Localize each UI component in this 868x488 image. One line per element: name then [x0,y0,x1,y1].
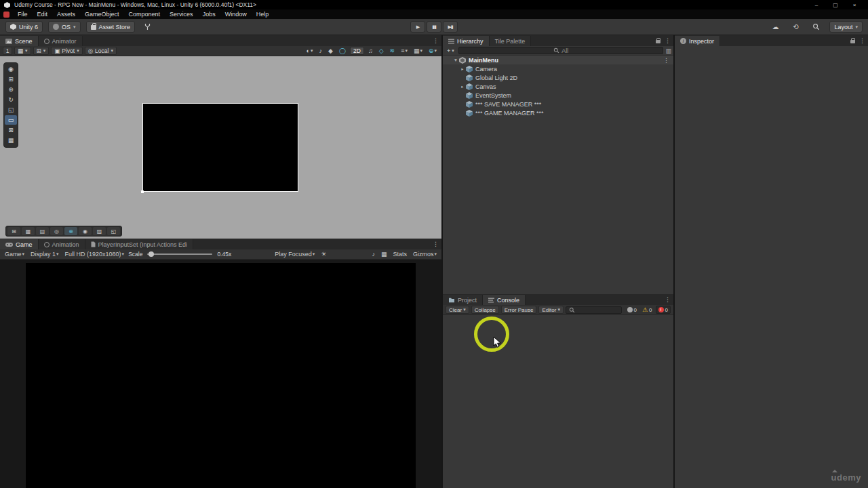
shading-mode-dropdown[interactable]: ◐ ▾ [304,47,315,55]
play-focused-dropdown[interactable]: Play Focused ▾ [273,250,317,258]
log-count-toggle[interactable]: 0 [625,306,639,314]
error-pause-toggle[interactable]: Error Pause [501,306,537,314]
transform-tool-button[interactable]: ▭ [5,115,17,125]
game-gizmos-dropdown[interactable]: Gizmos ▾ [411,250,439,258]
tab-animator[interactable]: Animator [39,36,83,46]
scene-viewport[interactable]: ◉ ⊞ ⊕ ↻ ◱ ▭ ⊠ ▦ ⊞ ▦ ▤ ◎ ⊕ ◉ ▨ ◱ [0,56,441,239]
maximize-button[interactable]: ▢ [826,2,845,8]
scale-slider-thumb[interactable] [149,251,154,257]
minimize-button[interactable]: – [807,2,826,8]
scale-slider[interactable] [147,253,212,255]
expander-icon[interactable]: ▸ [459,66,466,72]
hierarchy-item-camera[interactable]: ▸ Camera [443,64,673,73]
tab-scene[interactable]: Scene [0,36,39,46]
step-button[interactable]: ▶▮ [443,21,458,33]
expander-icon[interactable]: ▸ [459,84,466,89]
create-object-button[interactable]: + ▾ [445,47,456,54]
lock-icon[interactable] [850,40,855,43]
handle-orientation-button[interactable]: ◎ Local ▾ [85,47,117,55]
menu-component[interactable]: Component [124,11,165,18]
account-button[interactable]: OS ▾ [48,21,81,33]
unity-version-button[interactable]: Unity 6 [5,21,43,33]
search-icon[interactable] [809,21,823,33]
expander-icon[interactable]: ▼ [452,58,459,62]
pause-button[interactable]: ▮▮ [427,21,441,33]
mute-audio-toggle[interactable]: ♪ [370,250,377,258]
version-control-icon[interactable] [140,21,154,33]
menu-jobs[interactable]: Jobs [198,11,220,18]
play-button[interactable]: ▶ [410,21,425,33]
tile-select-button[interactable]: ⊞ [7,227,20,235]
layout-dropdown[interactable]: Layout ▾ [829,21,863,33]
hierarchy-item-game-manager[interactable]: *** GAME MANAGER *** [443,108,673,117]
editor-dropdown[interactable]: Editor ▾ [538,306,563,314]
panel-menu-icon[interactable]: ⋮ [665,37,671,44]
tile-brush-button[interactable]: ▤ [36,227,49,235]
hierarchy-search-input[interactable]: All [458,47,664,54]
console-search-input[interactable] [566,306,622,314]
tile-fill-button[interactable]: ▨ [93,227,106,235]
hierarchy-item-eventsystem[interactable]: EventSystem [443,91,673,100]
tab-inspector[interactable]: i Inspector [675,36,720,46]
tile-move-button[interactable]: ▦ [22,227,35,235]
tab-game[interactable]: Game [0,239,39,249]
camera-bounds-frame[interactable] [142,103,298,192]
snap-increment-dropdown[interactable]: ⊞ ▾ [33,47,50,55]
mode-2d-toggle[interactable]: 2D [350,47,364,55]
camera-settings-dropdown[interactable]: ▦ ▾ [412,47,425,55]
gizmos-dropdown[interactable]: ⊕ ▾ [427,47,439,55]
layers-dropdown[interactable]: ≡ ▾ [399,47,410,55]
scale-tool-button[interactable]: ↻ [5,95,17,104]
display-dropdown[interactable]: Display 1 ▾ [28,250,61,258]
hierarchy-item-canvas[interactable]: ▸ Canvas [443,82,673,91]
scene-grid-toggle[interactable]: ≋ [388,47,397,55]
tile-transform-button[interactable]: ◱ [107,227,120,235]
hierarchy-item-save-manager[interactable]: *** SAVE MANAGER *** [443,100,673,108]
tab-console[interactable]: Console [483,295,526,305]
tab-project[interactable]: Project [443,295,483,305]
tab-player-input-set[interactable]: PlayerInputSet (Input Actions Edi [85,239,194,249]
error-count-toggle[interactable]: ! 0 [656,306,671,314]
hierarchy-item-mainmenu[interactable]: ▼ MainMenu ⋮ [443,56,673,64]
tab-tile-palette[interactable]: Tile Palette [490,36,532,46]
move-tool-button[interactable]: ⊞ [5,75,17,84]
grid-size-field[interactable]: 1 [3,47,12,55]
metrics-toggle[interactable]: ▦ [379,250,389,258]
lock-icon[interactable] [656,40,660,43]
scene-visibility-icon[interactable]: ▥ [665,47,671,54]
menu-file[interactable]: File [13,11,33,18]
hierarchy-item-global-light-2d[interactable]: Global Light 2D [443,73,673,82]
pivot-toggle-button[interactable]: ▣ Pivot ▾ [51,47,82,55]
panel-menu-icon[interactable]: ⋮ [433,37,439,44]
vsync-toggle[interactable]: ☀ [319,250,328,258]
item-menu-icon[interactable]: ⋮ [663,57,669,64]
scene-fx-toggle[interactable]: ◆ [326,47,335,55]
tab-hierarchy[interactable]: Hierarchy [443,36,490,46]
panel-menu-icon[interactable]: ⋮ [859,37,865,44]
resolution-dropdown[interactable]: Full HD (1920x1080) ▾ [63,250,127,258]
tile-erase-button[interactable]: ◉ [79,227,92,235]
tile-picker-button[interactable]: ⊕ [64,227,77,235]
clear-button[interactable]: Clear ▾ [446,306,469,314]
grid-tool-button[interactable]: ▦ [5,136,17,145]
stats-toggle[interactable]: Stats [391,250,409,258]
scene-visibility-toggle[interactable]: ◇ [377,47,386,55]
warning-count-toggle[interactable]: ⚠ 0 [640,306,654,314]
view-tool-button[interactable]: ◉ [5,64,17,74]
menu-help[interactable]: Help [252,11,274,18]
tab-animation[interactable]: Animation [39,239,85,249]
undo-history-icon[interactable]: ⟲ [789,21,802,33]
game-view-mode-dropdown[interactable]: Game ▾ [3,250,26,258]
asset-store-button[interactable]: Asset Store [86,21,136,33]
rotate-tool-button[interactable]: ⊕ [5,85,17,94]
menu-assets[interactable]: Assets [52,11,80,18]
menu-edit[interactable]: Edit [33,11,53,18]
tile-rect-button[interactable]: ◎ [50,227,63,235]
panel-menu-icon[interactable]: ⋮ [433,241,439,247]
menu-window[interactable]: Window [220,11,252,18]
close-button[interactable]: × [845,2,864,8]
scene-audio-toggle[interactable]: ♪ [317,47,325,55]
cloud-icon[interactable]: ☁ [768,21,782,33]
menu-services[interactable]: Services [165,11,198,18]
scene-lighting-toggle[interactable]: ◯ [337,47,348,55]
